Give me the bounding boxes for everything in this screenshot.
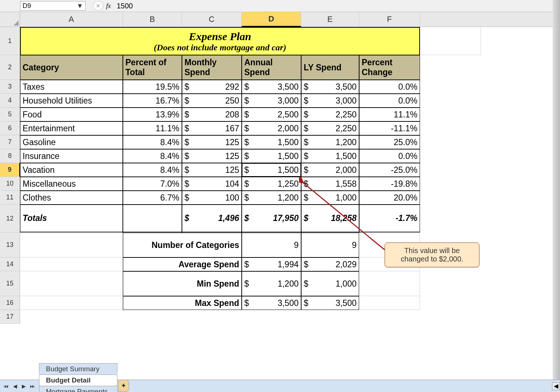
header-cat[interactable]: Category <box>20 55 123 80</box>
column-header-A[interactable]: A <box>20 12 123 27</box>
fx-icon[interactable]: fx <box>106 2 111 10</box>
header-chg[interactable]: Percent Change <box>359 55 420 80</box>
cell-ly[interactable]: $2,250 <box>301 108 359 121</box>
name-box-dropdown-icon[interactable]: ▼ <box>77 2 83 10</box>
select-all-button[interactable] <box>0 12 20 27</box>
spreadsheet-grid[interactable]: Expense Plan(Does not include mortgage a… <box>20 27 560 324</box>
cell-percent[interactable]: 11.1% <box>123 121 182 135</box>
row-header-11[interactable]: 11 <box>0 191 20 205</box>
cell-ly[interactable]: $1,558 <box>301 177 359 191</box>
row-header-2[interactable]: 2 <box>0 55 20 80</box>
cell-monthly[interactable]: $208 <box>182 108 242 121</box>
cell-category[interactable]: Food <box>20 108 123 121</box>
cell-annual[interactable]: $1,500 <box>242 149 301 163</box>
row-header-9[interactable]: 9 <box>0 163 20 177</box>
cell-change[interactable]: 25.0% <box>359 135 420 149</box>
cell-change[interactable]: 11.1% <box>359 108 420 121</box>
totals-change[interactable]: -1.7% <box>359 205 420 233</box>
header-mon[interactable]: Monthly Spend <box>182 55 242 80</box>
cell-ly[interactable]: $3,500 <box>301 80 359 94</box>
cell-category[interactable]: Insurance <box>20 149 123 163</box>
row-header-8[interactable]: 8 <box>0 149 20 163</box>
sheet-tab[interactable]: Budget Summary <box>39 363 117 374</box>
cell-percent[interactable]: 19.5% <box>123 80 182 94</box>
column-header-F[interactable]: F <box>359 12 420 27</box>
stat-d[interactable]: $1,200 <box>242 271 301 296</box>
cell-percent[interactable]: 13.9% <box>123 108 182 121</box>
tab-nav-first-icon[interactable]: ⏮ <box>2 382 10 390</box>
cell-monthly[interactable]: $250 <box>182 94 242 108</box>
cell-change[interactable]: -11.1% <box>359 121 420 135</box>
totals-ly[interactable]: $18,258 <box>301 205 359 233</box>
totals-annual[interactable]: $17,950 <box>242 205 301 233</box>
row-header-13[interactable]: 13 <box>0 233 20 257</box>
cell-change[interactable]: -19.8% <box>359 177 420 191</box>
stat-d[interactable]: $3,500 <box>242 296 301 310</box>
cell-monthly[interactable]: $104 <box>182 177 242 191</box>
cell-ly[interactable]: $1,200 <box>301 135 359 149</box>
cell-annual[interactable]: $1,250 <box>242 177 301 191</box>
new-sheet-button[interactable]: ✦ <box>118 380 129 392</box>
cell-annual[interactable]: $2,500 <box>242 108 301 121</box>
column-header-C[interactable]: C <box>182 12 242 27</box>
header-ly[interactable]: LY Spend <box>301 55 359 80</box>
column-header-B[interactable]: B <box>123 12 182 27</box>
cell-monthly[interactable]: $125 <box>182 163 242 177</box>
cell-change[interactable]: 0.0% <box>359 149 420 163</box>
cell-a15[interactable] <box>20 271 123 296</box>
stat-e[interactable]: $3,500 <box>301 296 359 310</box>
cell-ly[interactable]: $1,000 <box>301 191 359 205</box>
row-header-16[interactable]: 16 <box>0 296 20 310</box>
cell-annual[interactable]: $2,000 <box>242 121 301 135</box>
cell-ly[interactable]: $3,000 <box>301 94 359 108</box>
cell-annual[interactable]: $1,500 <box>242 163 301 177</box>
cell-category[interactable]: Clothes <box>20 191 123 205</box>
cell-monthly[interactable]: $292 <box>182 80 242 94</box>
totals-pct[interactable] <box>123 205 182 233</box>
cell-monthly[interactable]: $100 <box>182 191 242 205</box>
cell-ly[interactable]: $1,500 <box>301 149 359 163</box>
row-header-12[interactable]: 12 <box>0 205 20 233</box>
header-ann[interactable]: Annual Spend <box>242 55 301 80</box>
cell-a13[interactable] <box>20 233 123 257</box>
stat-e[interactable]: $2,029 <box>301 257 359 271</box>
name-box[interactable]: D9 ▼ <box>20 1 86 11</box>
cell-ly[interactable]: $2,250 <box>301 121 359 135</box>
vertical-scrollbar[interactable] <box>553 0 560 392</box>
hscroll-left-icon[interactable]: ◀ <box>552 382 560 390</box>
stat-label[interactable]: Average Spend <box>123 257 242 271</box>
cell-a14[interactable] <box>20 257 123 271</box>
cell-percent[interactable]: 6.7% <box>123 191 182 205</box>
cell-ly[interactable]: $2,000 <box>301 163 359 177</box>
cell-percent[interactable]: 16.7% <box>123 94 182 108</box>
stat-d[interactable]: 9 <box>242 233 301 257</box>
column-header-E[interactable]: E <box>301 12 359 27</box>
cell-annual[interactable]: $3,500 <box>242 80 301 94</box>
cell-category[interactable]: Taxes <box>20 80 123 94</box>
row-header-4[interactable]: 4 <box>0 94 20 108</box>
stat-label[interactable]: Max Spend <box>123 296 242 310</box>
column-header-D[interactable]: D <box>242 12 301 27</box>
cell-change[interactable]: -25.0% <box>359 163 420 177</box>
row-header-1[interactable]: 1 <box>0 27 20 55</box>
cell-category[interactable]: Gasoline <box>20 135 123 149</box>
stat-e[interactable]: 9 <box>301 233 359 257</box>
stat-e[interactable]: $1,000 <box>301 271 359 296</box>
cell-annual[interactable]: $1,500 <box>242 135 301 149</box>
row-header-3[interactable]: 3 <box>0 80 20 94</box>
cell-annual[interactable]: $3,000 <box>242 94 301 108</box>
cell-annual[interactable]: $1,200 <box>242 191 301 205</box>
cell-percent[interactable]: 8.4% <box>123 163 182 177</box>
row-header-14[interactable]: 14 <box>0 257 20 271</box>
formula-input[interactable] <box>114 1 560 11</box>
cell-change[interactable]: 0.0% <box>359 80 420 94</box>
cell-category[interactable]: Miscellaneous <box>20 177 123 191</box>
cell-f1[interactable] <box>420 27 481 55</box>
cell-category[interactable]: Vacation <box>20 163 123 177</box>
cell-monthly[interactable]: $125 <box>182 149 242 163</box>
cell-monthly[interactable]: $125 <box>182 135 242 149</box>
row-header-10[interactable]: 10 <box>0 177 20 191</box>
cell-category[interactable]: Household Utilities <box>20 94 123 108</box>
header-pct[interactable]: Percent of Total <box>123 55 182 80</box>
cancel-formula-icon[interactable]: ✕ <box>93 1 103 11</box>
